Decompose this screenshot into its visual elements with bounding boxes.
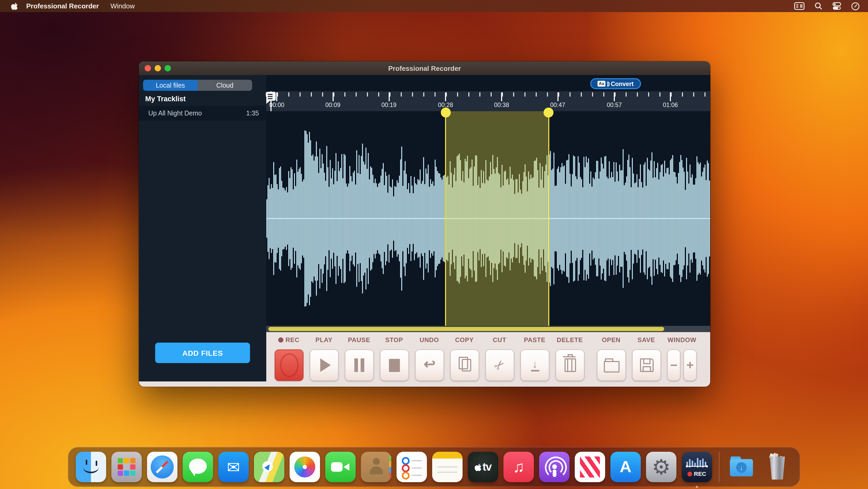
dock-item-music[interactable]: ♫	[503, 452, 534, 482]
menu-bar-status-icons	[794, 2, 868, 10]
dock-item-messages[interactable]	[183, 452, 213, 482]
close-button[interactable]	[145, 65, 151, 71]
scissors-icon: ✂	[491, 356, 509, 374]
open-button[interactable]	[597, 349, 626, 381]
label-play: PLAY	[315, 336, 332, 344]
menu-app-name[interactable]: Professional Recorder	[26, 2, 99, 10]
sound-waves-icon: ))	[607, 81, 609, 87]
dock-item-apple-tv[interactable]: tv	[468, 452, 498, 482]
scrollbar-thumb[interactable]	[268, 327, 664, 331]
dock: ✉ tv ♫ A ⚙ REC ↓	[68, 447, 800, 487]
minimize-button[interactable]	[155, 65, 161, 71]
dock-item-mail[interactable]: ✉	[218, 452, 249, 482]
undo-icon: ↩	[424, 357, 435, 371]
waveform-scrollbar	[266, 326, 710, 332]
paste-icon: ↓	[531, 359, 539, 372]
desktop: Professional Recorder Window	[0, 0, 868, 489]
dock-item-podcasts[interactable]	[539, 452, 569, 482]
ruler-label: 00:28	[438, 102, 453, 108]
dock-item-professional-recorder[interactable]: REC	[682, 452, 712, 482]
stop-button[interactable]	[380, 349, 409, 381]
dock-item-news[interactable]	[575, 452, 605, 482]
gear-icon: ⚙	[652, 455, 671, 479]
sidebar: Local files Cloud My Tracklist Up All Ni…	[139, 75, 266, 381]
tab-cloud[interactable]: Cloud	[197, 80, 252, 91]
menu-window[interactable]: Window	[110, 2, 135, 10]
copy-button[interactable]	[450, 349, 479, 381]
rec-dot-icon	[278, 337, 283, 343]
zoom-in-button[interactable]: +	[683, 349, 696, 381]
zoom-button[interactable]	[164, 65, 171, 71]
add-files-button[interactable]: ADD FILES	[155, 343, 250, 363]
record-dot-icon	[688, 471, 692, 476]
spotlight-search-icon[interactable]	[814, 2, 823, 10]
tab-local-files[interactable]: Local files	[143, 80, 197, 91]
convert-doc-icon: Aa	[598, 81, 605, 87]
dock-item-notes[interactable]	[432, 452, 463, 482]
tv-label: tv	[483, 461, 491, 473]
selection-region[interactable]	[445, 111, 549, 326]
track-row[interactable]: Up All Night Demo 1:35	[139, 106, 266, 121]
trash-icon	[564, 358, 576, 372]
selection-end-handle[interactable]	[544, 108, 554, 117]
dock-item-reminders[interactable]	[397, 452, 427, 482]
dock-item-contacts[interactable]	[361, 452, 391, 482]
mini-waveform-icon	[686, 457, 708, 469]
window-titlebar[interactable]: Professional Recorder	[139, 61, 710, 76]
record-button[interactable]	[275, 349, 304, 381]
save-button[interactable]	[632, 349, 661, 381]
dock-item-system-settings[interactable]: ⚙	[646, 452, 676, 482]
keyboard-input-icon[interactable]	[794, 2, 805, 10]
ruler-label: 00:09	[325, 102, 340, 108]
paste-button[interactable]: ↓	[521, 349, 549, 381]
waveform-canvas[interactable]	[266, 111, 710, 326]
envelope-icon: ✉	[227, 458, 240, 476]
source-tabs: Local files Cloud	[143, 80, 252, 91]
play-button[interactable]	[310, 349, 339, 381]
track-duration: 1:35	[246, 110, 259, 117]
selection-start-handle[interactable]	[441, 108, 451, 117]
ruler-label: 00:47	[550, 102, 565, 108]
video-camera-icon	[331, 462, 343, 472]
trash-can-icon	[769, 457, 786, 480]
label-save: SAVE	[638, 336, 655, 344]
notepad-icon	[437, 466, 457, 467]
reminder-bullets-icon	[402, 457, 410, 465]
menu-bar: Professional Recorder Window	[0, 0, 868, 12]
dock-item-downloads[interactable]: ↓	[726, 452, 756, 482]
convert-button[interactable]: Aa )) Convert	[590, 78, 641, 89]
playhead-marker[interactable]	[266, 92, 276, 101]
control-center-icon[interactable]	[832, 2, 841, 10]
label-rec: REC	[278, 336, 299, 344]
track-name: Up All Night Demo	[148, 110, 202, 117]
dock-item-maps[interactable]	[254, 452, 284, 482]
play-icon	[320, 358, 331, 372]
waveform-editor: Aa )) Convert 00:00 00:09 00:19 00:28 00…	[266, 75, 710, 332]
timeline-ruler[interactable]: 00:00 00:09 00:19 00:28 00:38 00:47 00:5…	[266, 91, 710, 111]
ruler-label: 00:57	[607, 102, 622, 108]
apple-menu-icon[interactable]	[6, 2, 22, 10]
clock-icon[interactable]	[851, 2, 860, 10]
dock-separator	[719, 452, 719, 482]
label-open: OPEN	[602, 336, 620, 344]
dock-item-trash[interactable]	[762, 452, 792, 482]
delete-button[interactable]	[556, 349, 584, 381]
dock-item-app-store[interactable]: A	[610, 452, 641, 482]
dock-item-launchpad[interactable]	[112, 452, 142, 482]
minus-icon: −	[670, 359, 678, 372]
stop-icon	[389, 358, 400, 372]
person-silhouette-icon	[373, 458, 380, 465]
dock-item-photos[interactable]	[289, 452, 320, 482]
zoom-out-button[interactable]: −	[667, 349, 680, 381]
pause-icon	[354, 358, 358, 372]
dock-item-safari[interactable]	[147, 452, 178, 482]
tracklist-header: My Tracklist	[145, 95, 186, 103]
news-stripes-icon	[580, 457, 600, 478]
label-pause: PAUSE	[348, 336, 370, 344]
dock-item-facetime[interactable]	[325, 452, 355, 482]
undo-button[interactable]: ↩	[415, 349, 444, 381]
dock-item-finder[interactable]	[76, 452, 106, 482]
folder-icon	[603, 361, 619, 373]
cut-button[interactable]: ✂	[485, 349, 514, 381]
pause-button[interactable]	[345, 349, 374, 381]
